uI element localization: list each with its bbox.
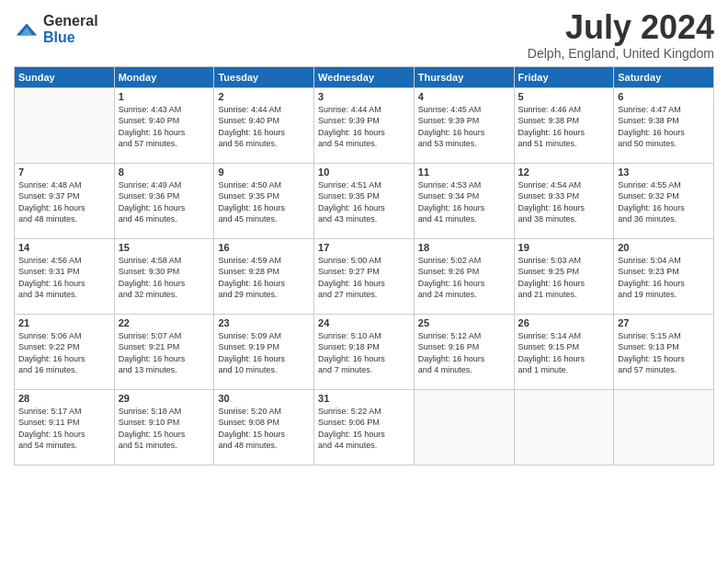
day-info: Sunrise: 4:59 AMSunset: 9:28 PMDaylight:… — [218, 255, 310, 301]
table-row: 26Sunrise: 5:14 AMSunset: 9:15 PMDayligh… — [514, 314, 614, 389]
table-row: 16Sunrise: 4:59 AMSunset: 9:28 PMDayligh… — [214, 238, 314, 314]
calendar-week-row: 7Sunrise: 4:48 AMSunset: 9:37 PMDaylight… — [15, 163, 714, 238]
table-row — [514, 389, 614, 465]
day-info: Sunrise: 5:22 AMSunset: 9:06 PMDaylight:… — [318, 406, 410, 452]
table-row: 12Sunrise: 4:54 AMSunset: 9:33 PMDayligh… — [514, 163, 614, 238]
title-area: July 2024 Delph, England, United Kingdom — [528, 9, 714, 61]
table-row — [414, 389, 514, 465]
day-info: Sunrise: 5:18 AMSunset: 9:10 PMDaylight:… — [119, 406, 210, 452]
table-row: 8Sunrise: 4:49 AMSunset: 9:36 PMDaylight… — [114, 163, 214, 238]
table-row: 21Sunrise: 5:06 AMSunset: 9:22 PMDayligh… — [15, 314, 115, 389]
table-row: 6Sunrise: 4:47 AMSunset: 9:38 PMDaylight… — [614, 87, 714, 163]
day-info: Sunrise: 4:53 AMSunset: 9:34 PMDaylight:… — [418, 179, 510, 225]
table-row: 2Sunrise: 4:44 AMSunset: 9:40 PMDaylight… — [214, 87, 314, 163]
col-monday: Monday — [114, 66, 214, 87]
table-row: 28Sunrise: 5:17 AMSunset: 9:11 PMDayligh… — [15, 389, 115, 465]
day-info: Sunrise: 4:54 AMSunset: 9:33 PMDaylight:… — [518, 179, 610, 225]
day-info: Sunrise: 4:49 AMSunset: 9:36 PMDaylight:… — [119, 179, 210, 225]
day-number: 26 — [518, 317, 610, 328]
table-row: 22Sunrise: 5:07 AMSunset: 9:21 PMDayligh… — [114, 314, 214, 389]
col-wednesday: Wednesday — [314, 66, 415, 87]
day-info: Sunrise: 5:10 AMSunset: 9:18 PMDaylight:… — [318, 330, 410, 376]
day-number: 29 — [119, 393, 210, 404]
header: General Blue July 2024 Delph, England, U… — [14, 9, 714, 61]
day-number: 18 — [418, 242, 510, 253]
day-info: Sunrise: 5:04 AMSunset: 9:23 PMDaylight:… — [618, 255, 710, 301]
table-row: 9Sunrise: 4:50 AMSunset: 9:35 PMDaylight… — [214, 163, 314, 238]
calendar-week-row: 14Sunrise: 4:56 AMSunset: 9:31 PMDayligh… — [15, 238, 714, 314]
day-number: 11 — [418, 167, 510, 178]
day-number: 3 — [318, 91, 410, 102]
day-number: 25 — [418, 317, 510, 328]
col-thursday: Thursday — [414, 66, 514, 87]
table-row: 18Sunrise: 5:02 AMSunset: 9:26 PMDayligh… — [414, 238, 514, 314]
day-info: Sunrise: 4:56 AMSunset: 9:31 PMDaylight:… — [18, 255, 110, 301]
table-row — [614, 389, 714, 465]
table-row: 5Sunrise: 4:46 AMSunset: 9:38 PMDaylight… — [514, 87, 614, 163]
day-number: 1 — [119, 91, 210, 102]
table-row: 15Sunrise: 4:58 AMSunset: 9:30 PMDayligh… — [114, 238, 214, 314]
day-number: 6 — [618, 91, 710, 102]
col-saturday: Saturday — [614, 66, 714, 87]
day-number: 30 — [218, 393, 310, 404]
day-number: 27 — [618, 317, 710, 328]
page: General Blue July 2024 Delph, England, U… — [0, 0, 728, 563]
day-info: Sunrise: 4:45 AMSunset: 9:39 PMDaylight:… — [418, 104, 510, 150]
day-info: Sunrise: 4:44 AMSunset: 9:40 PMDaylight:… — [218, 104, 310, 150]
table-row: 14Sunrise: 4:56 AMSunset: 9:31 PMDayligh… — [15, 238, 115, 314]
day-info: Sunrise: 5:03 AMSunset: 9:25 PMDaylight:… — [518, 255, 610, 301]
day-number: 31 — [318, 393, 410, 404]
logo: General Blue — [14, 13, 98, 45]
day-info: Sunrise: 5:14 AMSunset: 9:15 PMDaylight:… — [518, 330, 610, 376]
month-year-title: July 2024 — [528, 9, 714, 46]
day-number: 10 — [318, 167, 410, 178]
day-number: 7 — [18, 167, 110, 178]
day-info: Sunrise: 5:20 AMSunset: 9:08 PMDaylight:… — [218, 406, 310, 452]
table-row: 30Sunrise: 5:20 AMSunset: 9:08 PMDayligh… — [214, 389, 314, 465]
logo-general-text: General — [43, 13, 98, 29]
table-row: 20Sunrise: 5:04 AMSunset: 9:23 PMDayligh… — [614, 238, 714, 314]
table-row: 11Sunrise: 4:53 AMSunset: 9:34 PMDayligh… — [414, 163, 514, 238]
table-row: 3Sunrise: 4:44 AMSunset: 9:39 PMDaylight… — [314, 87, 415, 163]
day-number: 23 — [218, 317, 310, 328]
day-number: 4 — [418, 91, 510, 102]
table-row: 24Sunrise: 5:10 AMSunset: 9:18 PMDayligh… — [314, 314, 415, 389]
day-number: 12 — [518, 167, 610, 178]
day-number: 28 — [18, 393, 110, 404]
col-tuesday: Tuesday — [214, 66, 314, 87]
col-sunday: Sunday — [15, 66, 115, 87]
day-number: 24 — [318, 317, 410, 328]
table-row: 29Sunrise: 5:18 AMSunset: 9:10 PMDayligh… — [114, 389, 214, 465]
day-info: Sunrise: 5:17 AMSunset: 9:11 PMDaylight:… — [18, 406, 110, 452]
day-number: 5 — [518, 91, 610, 102]
table-row: 10Sunrise: 4:51 AMSunset: 9:35 PMDayligh… — [314, 163, 415, 238]
calendar-week-row: 28Sunrise: 5:17 AMSunset: 9:11 PMDayligh… — [15, 389, 714, 465]
day-number: 20 — [618, 242, 710, 253]
day-info: Sunrise: 4:55 AMSunset: 9:32 PMDaylight:… — [618, 179, 710, 225]
day-info: Sunrise: 5:07 AMSunset: 9:21 PMDaylight:… — [119, 330, 210, 376]
day-number: 14 — [18, 242, 110, 253]
calendar-header-row: Sunday Monday Tuesday Wednesday Thursday… — [15, 66, 714, 87]
logo-blue-text: Blue — [43, 29, 98, 46]
day-info: Sunrise: 5:12 AMSunset: 9:16 PMDaylight:… — [418, 330, 510, 376]
day-info: Sunrise: 4:48 AMSunset: 9:37 PMDaylight:… — [18, 179, 110, 225]
logo-icon — [14, 17, 40, 42]
table-row: 25Sunrise: 5:12 AMSunset: 9:16 PMDayligh… — [414, 314, 514, 389]
col-friday: Friday — [514, 66, 614, 87]
table-row: 1Sunrise: 4:43 AMSunset: 9:40 PMDaylight… — [114, 87, 214, 163]
calendar-week-row: 21Sunrise: 5:06 AMSunset: 9:22 PMDayligh… — [15, 314, 714, 389]
day-info: Sunrise: 4:46 AMSunset: 9:38 PMDaylight:… — [518, 104, 610, 150]
day-info: Sunrise: 5:09 AMSunset: 9:19 PMDaylight:… — [218, 330, 310, 376]
table-row: 31Sunrise: 5:22 AMSunset: 9:06 PMDayligh… — [314, 389, 415, 465]
table-row: 19Sunrise: 5:03 AMSunset: 9:25 PMDayligh… — [514, 238, 614, 314]
day-info: Sunrise: 4:44 AMSunset: 9:39 PMDaylight:… — [318, 104, 410, 150]
day-info: Sunrise: 4:43 AMSunset: 9:40 PMDaylight:… — [119, 104, 210, 150]
day-info: Sunrise: 4:58 AMSunset: 9:30 PMDaylight:… — [119, 255, 210, 301]
day-info: Sunrise: 4:51 AMSunset: 9:35 PMDaylight:… — [318, 179, 410, 225]
day-number: 8 — [119, 167, 210, 178]
day-number: 9 — [218, 167, 310, 178]
calendar-week-row: 1Sunrise: 4:43 AMSunset: 9:40 PMDaylight… — [15, 87, 714, 163]
day-number: 2 — [218, 91, 310, 102]
day-number: 19 — [518, 242, 610, 253]
table-row: 17Sunrise: 5:00 AMSunset: 9:27 PMDayligh… — [314, 238, 415, 314]
